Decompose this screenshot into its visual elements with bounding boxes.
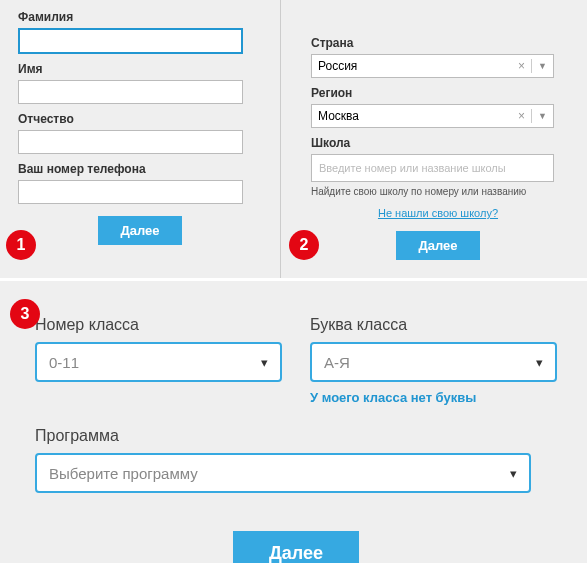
separator xyxy=(531,59,532,73)
phone-label: Ваш номер телефона xyxy=(18,162,262,176)
lastname-input[interactable] xyxy=(18,28,243,54)
country-label: Страна xyxy=(311,36,565,50)
step-badge-2: 2 xyxy=(289,230,319,260)
classletter-select[interactable]: А-Я ▾ xyxy=(310,342,557,382)
firstname-label: Имя xyxy=(18,62,262,76)
chevron-down-icon: ▼ xyxy=(538,111,547,121)
no-school-link[interactable]: Не нашли свою школу? xyxy=(311,207,565,219)
step-badge-1: 1 xyxy=(6,230,36,260)
chevron-down-icon: ▾ xyxy=(510,466,517,481)
chevron-down-icon: ▾ xyxy=(261,355,268,370)
patronymic-input[interactable] xyxy=(18,130,243,154)
region-label: Регион xyxy=(311,86,565,100)
step-badge-3: 3 xyxy=(10,299,40,329)
program-select[interactable]: Выберите программу ▾ xyxy=(35,453,531,493)
classletter-label: Буква класса xyxy=(310,316,557,334)
chevron-down-icon: ▾ xyxy=(536,355,543,370)
chevron-down-icon: ▼ xyxy=(538,61,547,71)
school-placeholder: Введите номер или название школы xyxy=(319,162,506,174)
panel-school-info: Страна Россия × ▼ Регион Москва × ▼ Школ… xyxy=(281,0,587,278)
region-value: Москва xyxy=(318,109,359,123)
clear-icon[interactable]: × xyxy=(518,59,525,73)
lastname-label: Фамилия xyxy=(18,10,262,24)
school-label: Школа xyxy=(311,136,565,150)
no-letter-link[interactable]: У моего класса нет буквы xyxy=(310,390,557,405)
region-select[interactable]: Москва × ▼ xyxy=(311,104,554,128)
classnum-label: Номер класса xyxy=(35,316,282,334)
school-hint: Найдите свою школу по номеру или названи… xyxy=(311,186,565,197)
program-value: Выберите программу xyxy=(49,465,198,482)
next-button-2[interactable]: Далее xyxy=(396,231,479,260)
next-button-3[interactable]: Далее xyxy=(233,531,359,563)
program-label: Программа xyxy=(35,427,557,445)
phone-input[interactable] xyxy=(18,180,243,204)
firstname-input[interactable] xyxy=(18,80,243,104)
school-input[interactable]: Введите номер или название школы xyxy=(311,154,554,182)
classletter-value: А-Я xyxy=(324,354,350,371)
next-button-1[interactable]: Далее xyxy=(98,216,181,245)
classnum-value: 0-11 xyxy=(49,354,79,371)
panel-personal-info: Фамилия Имя Отчество Ваш номер телефона … xyxy=(0,0,281,278)
separator xyxy=(531,109,532,123)
country-value: Россия xyxy=(318,59,357,73)
classnum-select[interactable]: 0-11 ▾ xyxy=(35,342,282,382)
panel-class-info: 3 Номер класса 0-11 ▾ Буква класса А-Я ▾… xyxy=(0,281,587,563)
patronymic-label: Отчество xyxy=(18,112,262,126)
clear-icon[interactable]: × xyxy=(518,109,525,123)
country-select[interactable]: Россия × ▼ xyxy=(311,54,554,78)
